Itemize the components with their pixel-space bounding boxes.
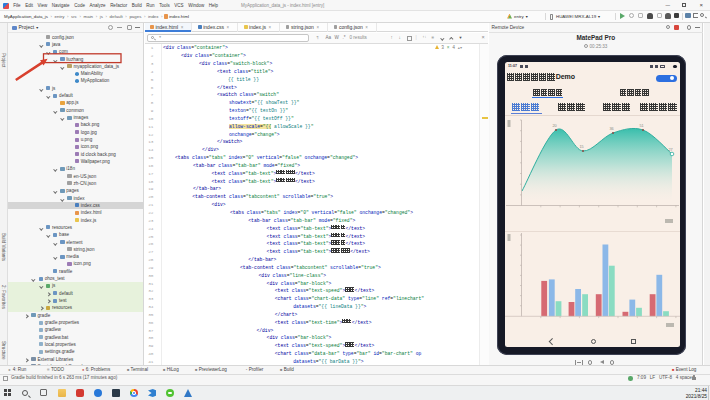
svg-text:36: 36 bbox=[610, 127, 614, 131]
svg-text:27: 27 bbox=[669, 148, 673, 152]
svg-text:20: 20 bbox=[553, 124, 557, 128]
svg-text:51: 51 bbox=[640, 124, 644, 128]
svg-text:15: 15 bbox=[580, 145, 584, 149]
